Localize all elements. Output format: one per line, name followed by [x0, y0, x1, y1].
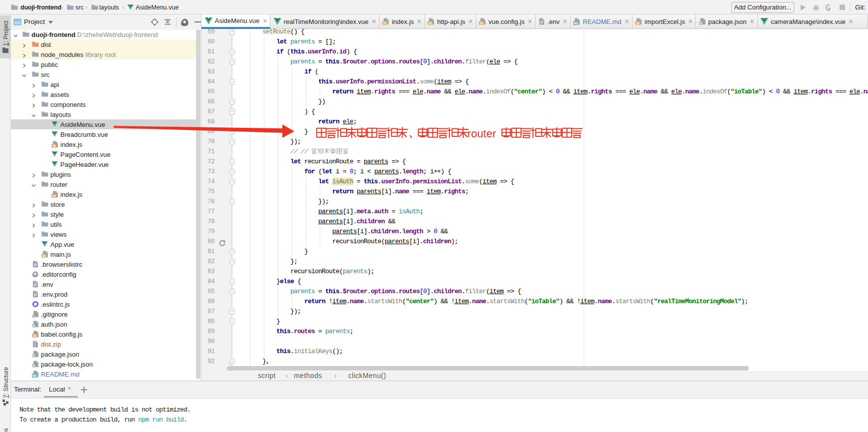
svg-text:router: router	[467, 127, 496, 140]
